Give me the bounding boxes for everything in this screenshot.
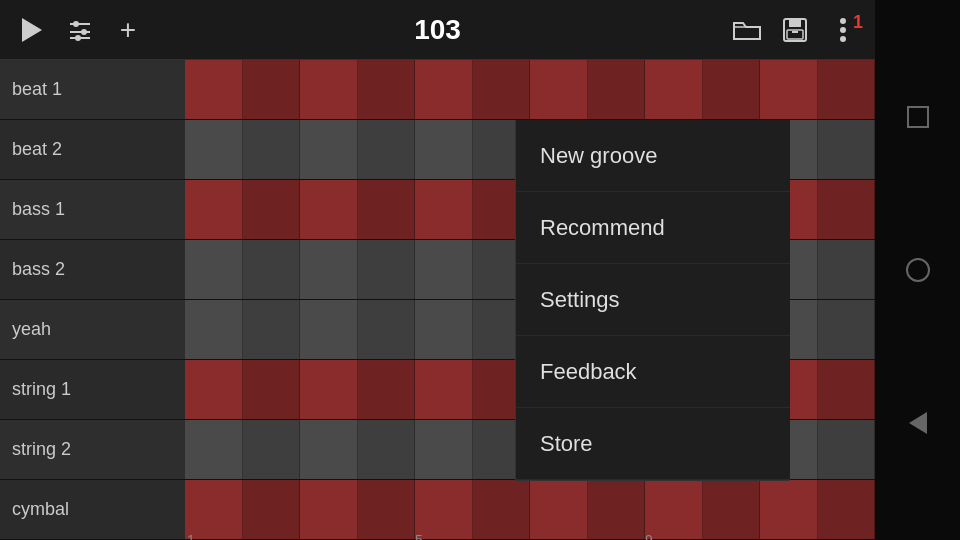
nav-square-button[interactable]: [898, 97, 938, 137]
grid-cell[interactable]: [243, 300, 301, 359]
grid-cell[interactable]: [243, 180, 301, 239]
track-list: beat 1 beat 2 bass 1 bass 2 yeah string …: [0, 60, 185, 540]
grid-cell[interactable]: [415, 300, 473, 359]
grid-cell[interactable]: [818, 240, 876, 299]
grid-cell[interactable]: [300, 300, 358, 359]
mixer-button[interactable]: [56, 6, 104, 54]
grid-cell[interactable]: [415, 60, 473, 119]
grid-cell[interactable]: [818, 60, 876, 119]
grid-cell[interactable]: [185, 360, 243, 419]
grid-cell[interactable]: [185, 120, 243, 179]
grid-cell[interactable]: [358, 120, 416, 179]
track-string-1[interactable]: string 1: [0, 360, 185, 420]
grid-cell[interactable]: [300, 120, 358, 179]
grid-cell[interactable]: [358, 240, 416, 299]
grid-cell[interactable]: [243, 120, 301, 179]
grid-cell[interactable]: [185, 300, 243, 359]
track-yeah[interactable]: yeah: [0, 300, 185, 360]
grid-cell[interactable]: [185, 240, 243, 299]
grid-cell[interactable]: [760, 60, 818, 119]
grid-cell[interactable]: [415, 240, 473, 299]
grid-cell[interactable]: [243, 60, 301, 119]
nav-back-icon: [909, 412, 927, 434]
grid-cell[interactable]: [300, 240, 358, 299]
play-button[interactable]: [8, 6, 56, 54]
grid-cell[interactable]: [818, 120, 876, 179]
grid-cell[interactable]: [243, 480, 301, 539]
menu-item-label: Recommend: [540, 215, 665, 241]
save-button[interactable]: [771, 6, 819, 54]
add-button[interactable]: +: [104, 6, 152, 54]
grid-cell[interactable]: [358, 420, 416, 479]
svg-rect-7: [789, 19, 801, 27]
menu-item-store[interactable]: Store: [516, 408, 790, 480]
grid-cell[interactable]: [300, 60, 358, 119]
grid-cell[interactable]: [300, 420, 358, 479]
grid-cell[interactable]: [703, 60, 761, 119]
mixer-icon: [66, 16, 94, 44]
grid-cell[interactable]: [358, 480, 416, 539]
grid-cell[interactable]: [185, 180, 243, 239]
grid-cell[interactable]: [415, 120, 473, 179]
grid-cell[interactable]: [243, 420, 301, 479]
nav-home-button[interactable]: [898, 250, 938, 290]
svg-point-10: [840, 18, 846, 24]
grid-cell[interactable]: [300, 360, 358, 419]
grid-row-cymbal[interactable]: [185, 480, 875, 540]
grid-cell[interactable]: [818, 420, 876, 479]
beat-marker-5: 5: [415, 532, 423, 540]
beat-marker-1: 1: [187, 532, 195, 540]
grid-cell[interactable]: [818, 300, 876, 359]
grid-cell[interactable]: [185, 420, 243, 479]
nav-square-icon: [907, 106, 929, 128]
grid-cell[interactable]: [300, 180, 358, 239]
main-content: beat 1 beat 2 bass 1 bass 2 yeah string …: [0, 60, 875, 540]
bpm-display[interactable]: 103: [152, 14, 723, 46]
folder-button[interactable]: [723, 6, 771, 54]
svg-point-11: [840, 27, 846, 33]
grid-cell[interactable]: [588, 60, 646, 119]
grid-cell[interactable]: [703, 480, 761, 539]
more-icon: [839, 17, 847, 43]
grid-cell[interactable]: [818, 480, 876, 539]
grid-cell[interactable]: [588, 480, 646, 539]
track-bass-1[interactable]: bass 1: [0, 180, 185, 240]
grid-cell[interactable]: [530, 60, 588, 119]
beat-marker-9: 9: [645, 532, 653, 540]
grid-cell[interactable]: [818, 360, 876, 419]
track-bass-2[interactable]: bass 2: [0, 240, 185, 300]
grid-cell[interactable]: [818, 180, 876, 239]
grid-cell[interactable]: [243, 240, 301, 299]
grid-cell[interactable]: [415, 360, 473, 419]
menu-item-new-groove[interactable]: New groove: [516, 120, 790, 192]
grid-cell[interactable]: [473, 480, 531, 539]
grid-cell[interactable]: [415, 480, 473, 539]
add-icon: +: [120, 14, 136, 46]
svg-point-1: [73, 21, 79, 27]
track-cymbal[interactable]: cymbal: [0, 480, 185, 540]
grid-cell[interactable]: [530, 480, 588, 539]
grid-cell[interactable]: [645, 60, 703, 119]
grid-cell[interactable]: [358, 60, 416, 119]
grid-row-beat-1[interactable]: [185, 60, 875, 120]
grid-cell[interactable]: [415, 420, 473, 479]
grid-cell[interactable]: [243, 360, 301, 419]
grid-cell[interactable]: [760, 480, 818, 539]
grid-cell[interactable]: [300, 480, 358, 539]
menu-item-settings[interactable]: Settings: [516, 264, 790, 336]
grid-cell[interactable]: [645, 480, 703, 539]
grid-cell[interactable]: [358, 300, 416, 359]
track-beat-1[interactable]: beat 1: [0, 60, 185, 120]
grid-cell[interactable]: [358, 180, 416, 239]
grid-cell[interactable]: [185, 480, 243, 539]
nav-back-button[interactable]: [898, 403, 938, 443]
grid-cell[interactable]: [415, 180, 473, 239]
track-string-2[interactable]: string 2: [0, 420, 185, 480]
menu-item-feedback[interactable]: Feedback: [516, 336, 790, 408]
nav-circle-icon: [906, 258, 930, 282]
grid-cell[interactable]: [473, 60, 531, 119]
track-beat-2[interactable]: beat 2: [0, 120, 185, 180]
grid-cell[interactable]: [185, 60, 243, 119]
menu-item-recommend[interactable]: Recommend: [516, 192, 790, 264]
grid-cell[interactable]: [358, 360, 416, 419]
